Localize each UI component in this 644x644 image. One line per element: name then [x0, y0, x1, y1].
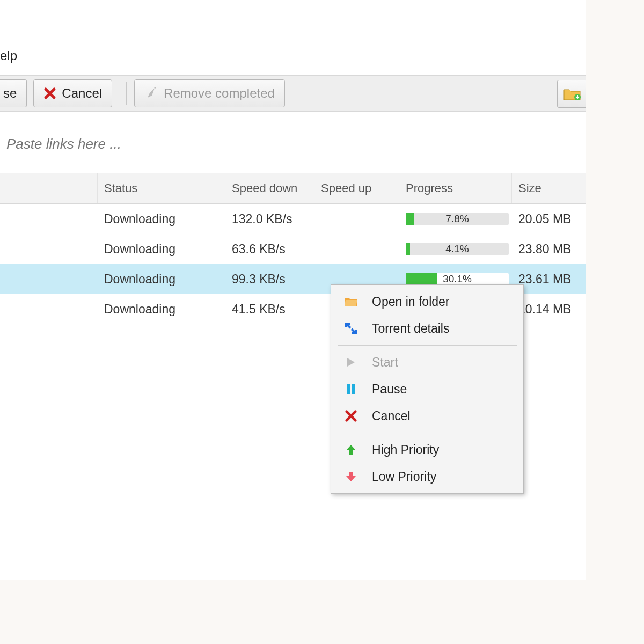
progress-label: 7.8%: [406, 213, 509, 225]
play-icon: [342, 357, 360, 368]
cell-progress: 4.1%: [399, 234, 512, 264]
cell-blank: [0, 294, 98, 324]
cancel-icon: [342, 410, 360, 422]
svg-rect-2: [347, 384, 350, 394]
app-window: elp se Cancel Remove completed: [0, 0, 586, 580]
cell-speed-down: 41.5 KB/s: [225, 294, 314, 324]
cell-blank: [0, 204, 98, 234]
menu-torrent-details-label: Torrent details: [372, 321, 449, 336]
broom-icon: [144, 87, 158, 100]
column-size[interactable]: Size: [512, 173, 586, 203]
column-progress[interactable]: Progress: [399, 173, 512, 203]
cell-status: Downloading: [98, 294, 225, 324]
context-menu: Open in folder Torrent details Start Pau…: [331, 284, 524, 494]
cancel-button[interactable]: Cancel: [33, 79, 112, 107]
menu-open-in-folder-label: Open in folder: [372, 295, 449, 309]
menu-separator: [338, 345, 517, 346]
menu-cancel[interactable]: Cancel: [332, 402, 522, 429]
menu-cancel-label: Cancel: [372, 409, 411, 423]
cell-speed-down: 99.3 KB/s: [225, 264, 314, 294]
progress-label: 4.1%: [406, 243, 509, 255]
menu-torrent-details[interactable]: Torrent details: [332, 315, 522, 342]
arrow-down-icon: [342, 471, 360, 482]
column-speed-up[interactable]: Speed up: [314, 173, 399, 203]
paste-links-input[interactable]: [6, 125, 586, 163]
progress-bar: 7.8%: [406, 213, 509, 225]
cell-size: 23.80 MB: [512, 234, 586, 264]
cell-status: Downloading: [98, 264, 225, 294]
menu-low-priority-label: Low Priority: [372, 470, 436, 484]
cell-blank: [0, 234, 98, 264]
table-header: Status Speed down Speed up Progress Size: [0, 173, 586, 204]
cell-progress: 7.8%: [399, 204, 512, 234]
folder-open-icon: [342, 296, 360, 307]
svg-line-0: [155, 87, 157, 88]
expand-icon: [342, 323, 360, 334]
cancel-icon: [43, 87, 56, 100]
progress-bar: 4.1%: [406, 243, 509, 255]
menu-high-priority-label: High Priority: [372, 443, 439, 457]
menu-help[interactable]: elp: [0, 48, 17, 63]
menu-high-priority[interactable]: High Priority: [332, 436, 522, 463]
menu-pause[interactable]: Pause: [332, 376, 522, 402]
arrow-up-icon: [342, 444, 360, 456]
pause-button[interactable]: se: [0, 79, 27, 107]
remove-completed-label: Remove completed: [164, 86, 275, 101]
column-blank[interactable]: [0, 173, 98, 203]
cell-speed-up: [314, 204, 399, 234]
toolbar: se Cancel Remove completed: [0, 75, 586, 112]
menu-pause-label: Pause: [372, 382, 407, 397]
pause-button-label: se: [3, 86, 17, 101]
table-row[interactable]: Downloading 132.0 KB/s 7.8% 20.05 MB: [0, 204, 586, 234]
folder-download-icon: [564, 87, 581, 101]
toolbar-separator: [126, 82, 127, 105]
menu-start[interactable]: Start: [332, 349, 522, 376]
cell-speed-down: 63.6 KB/s: [225, 234, 314, 264]
open-folder-button[interactable]: [557, 80, 586, 108]
pause-icon: [342, 383, 360, 395]
paste-links-bar: [0, 125, 586, 163]
cell-speed-up: [314, 234, 399, 264]
menu-start-label: Start: [372, 355, 398, 370]
column-speed-down[interactable]: Speed down: [225, 173, 314, 203]
cell-blank: [0, 264, 98, 294]
column-status[interactable]: Status: [98, 173, 225, 203]
cancel-button-label: Cancel: [62, 86, 102, 101]
cell-status: Downloading: [98, 204, 225, 234]
svg-rect-3: [352, 384, 355, 394]
menu-open-in-folder[interactable]: Open in folder: [332, 288, 522, 315]
cell-speed-down: 132.0 KB/s: [225, 204, 314, 234]
progress-label: 30.1%: [406, 273, 509, 286]
cell-status: Downloading: [98, 234, 225, 264]
cell-size: 20.05 MB: [512, 204, 586, 234]
remove-completed-button[interactable]: Remove completed: [134, 79, 285, 107]
menu-separator: [338, 433, 517, 433]
table-row[interactable]: Downloading 63.6 KB/s 4.1% 23.80 MB: [0, 234, 586, 264]
progress-bar: 30.1%: [406, 273, 509, 286]
menu-low-priority[interactable]: Low Priority: [332, 463, 522, 490]
